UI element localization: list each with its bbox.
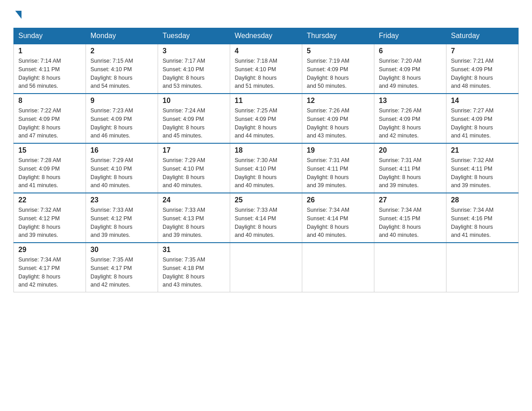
day-info: Sunrise: 7:26 AMSunset: 4:09 PMDaylight:… (307, 107, 349, 139)
day-info: Sunrise: 7:34 AMSunset: 4:16 PMDaylight:… (451, 207, 493, 238)
day-info: Sunrise: 7:35 AMSunset: 4:17 PMDaylight:… (90, 257, 133, 288)
day-info: Sunrise: 7:27 AMSunset: 4:09 PMDaylight:… (451, 107, 493, 139)
day-number: 25 (235, 196, 297, 204)
day-number: 30 (90, 246, 153, 254)
calendar-day-header: Saturday (446, 28, 519, 44)
calendar-day-cell: 21 Sunrise: 7:32 AMSunset: 4:11 PMDaylig… (446, 143, 519, 193)
calendar-table: SundayMondayTuesdayWednesdayThursdayFrid… (13, 28, 519, 292)
calendar-day-cell (446, 243, 519, 292)
calendar-day-cell: 14 Sunrise: 7:27 AMSunset: 4:09 PMDaylig… (446, 94, 519, 143)
day-number: 10 (163, 97, 225, 105)
calendar-day-cell: 6 Sunrise: 7:20 AMSunset: 4:09 PMDayligh… (374, 44, 446, 94)
calendar-day-cell: 9 Sunrise: 7:23 AMSunset: 4:09 PMDayligh… (86, 94, 158, 143)
day-number: 19 (307, 146, 369, 154)
day-number: 29 (18, 246, 81, 254)
day-info: Sunrise: 7:30 AMSunset: 4:10 PMDaylight:… (235, 157, 277, 188)
day-number: 9 (90, 97, 153, 105)
day-number: 21 (451, 146, 514, 154)
day-info: Sunrise: 7:21 AMSunset: 4:09 PMDaylight:… (451, 58, 493, 89)
calendar-day-cell: 23 Sunrise: 7:33 AMSunset: 4:12 PMDaylig… (86, 193, 158, 243)
calendar-day-cell: 17 Sunrise: 7:29 AMSunset: 4:10 PMDaylig… (158, 143, 230, 193)
day-number: 11 (235, 97, 297, 105)
day-info: Sunrise: 7:33 AMSunset: 4:12 PMDaylight:… (90, 207, 133, 238)
day-number: 28 (451, 196, 514, 204)
day-info: Sunrise: 7:24 AMSunset: 4:09 PMDaylight:… (163, 107, 205, 139)
calendar-day-cell: 22 Sunrise: 7:32 AMSunset: 4:12 PMDaylig… (14, 193, 86, 243)
day-info: Sunrise: 7:17 AMSunset: 4:10 PMDaylight:… (163, 58, 205, 89)
calendar-day-cell: 15 Sunrise: 7:28 AMSunset: 4:09 PMDaylig… (14, 143, 86, 193)
day-info: Sunrise: 7:22 AMSunset: 4:09 PMDaylight:… (18, 107, 61, 139)
day-info: Sunrise: 7:33 AMSunset: 4:14 PMDaylight:… (235, 207, 277, 238)
day-number: 20 (379, 146, 442, 154)
day-number: 15 (18, 146, 81, 154)
calendar-day-cell: 29 Sunrise: 7:34 AMSunset: 4:17 PMDaylig… (14, 243, 86, 292)
calendar-day-cell: 27 Sunrise: 7:34 AMSunset: 4:15 PMDaylig… (374, 193, 446, 243)
day-number: 4 (235, 47, 297, 55)
calendar-week-row: 22 Sunrise: 7:32 AMSunset: 4:12 PMDaylig… (14, 193, 519, 243)
calendar-day-header: Tuesday (158, 28, 230, 44)
logo (13, 9, 21, 19)
calendar-day-cell: 12 Sunrise: 7:26 AMSunset: 4:09 PMDaylig… (302, 94, 374, 143)
calendar-day-header: Sunday (14, 28, 86, 44)
day-info: Sunrise: 7:29 AMSunset: 4:10 PMDaylight:… (163, 157, 205, 188)
calendar-day-cell: 7 Sunrise: 7:21 AMSunset: 4:09 PMDayligh… (446, 44, 519, 94)
day-info: Sunrise: 7:15 AMSunset: 4:10 PMDaylight:… (90, 58, 133, 89)
calendar-day-cell: 4 Sunrise: 7:18 AMSunset: 4:10 PMDayligh… (230, 44, 302, 94)
calendar-day-cell: 28 Sunrise: 7:34 AMSunset: 4:16 PMDaylig… (446, 193, 519, 243)
day-info: Sunrise: 7:33 AMSunset: 4:13 PMDaylight:… (163, 207, 205, 238)
calendar-day-cell: 11 Sunrise: 7:25 AMSunset: 4:09 PMDaylig… (230, 94, 302, 143)
day-info: Sunrise: 7:31 AMSunset: 4:11 PMDaylight:… (307, 157, 349, 188)
calendar-day-cell: 10 Sunrise: 7:24 AMSunset: 4:09 PMDaylig… (158, 94, 230, 143)
day-info: Sunrise: 7:14 AMSunset: 4:11 PMDaylight:… (18, 58, 61, 89)
calendar-day-cell: 31 Sunrise: 7:35 AMSunset: 4:18 PMDaylig… (158, 243, 230, 292)
day-info: Sunrise: 7:26 AMSunset: 4:09 PMDaylight:… (379, 107, 421, 139)
day-number: 16 (90, 146, 153, 154)
calendar-day-cell: 8 Sunrise: 7:22 AMSunset: 4:09 PMDayligh… (14, 94, 86, 143)
calendar-day-cell: 25 Sunrise: 7:33 AMSunset: 4:14 PMDaylig… (230, 193, 302, 243)
day-info: Sunrise: 7:18 AMSunset: 4:10 PMDaylight:… (235, 58, 277, 89)
calendar-day-cell: 2 Sunrise: 7:15 AMSunset: 4:10 PMDayligh… (86, 44, 158, 94)
calendar-week-row: 8 Sunrise: 7:22 AMSunset: 4:09 PMDayligh… (14, 94, 519, 143)
day-info: Sunrise: 7:31 AMSunset: 4:11 PMDaylight:… (379, 157, 421, 188)
page-header (13, 9, 519, 19)
day-info: Sunrise: 7:25 AMSunset: 4:09 PMDaylight:… (235, 107, 277, 139)
calendar-day-cell: 5 Sunrise: 7:19 AMSunset: 4:09 PMDayligh… (302, 44, 374, 94)
calendar-day-cell (374, 243, 446, 292)
day-info: Sunrise: 7:28 AMSunset: 4:09 PMDaylight:… (18, 157, 61, 188)
calendar-day-cell: 20 Sunrise: 7:31 AMSunset: 4:11 PMDaylig… (374, 143, 446, 193)
calendar-day-header: Monday (86, 28, 158, 44)
calendar-day-cell (302, 243, 374, 292)
calendar-day-cell: 26 Sunrise: 7:34 AMSunset: 4:14 PMDaylig… (302, 193, 374, 243)
calendar-header-row: SundayMondayTuesdayWednesdayThursdayFrid… (14, 28, 519, 44)
calendar-day-header: Wednesday (230, 28, 302, 44)
calendar-day-header: Friday (374, 28, 446, 44)
day-number: 26 (307, 196, 369, 204)
day-info: Sunrise: 7:32 AMSunset: 4:11 PMDaylight:… (451, 157, 493, 188)
calendar-week-row: 15 Sunrise: 7:28 AMSunset: 4:09 PMDaylig… (14, 143, 519, 193)
day-info: Sunrise: 7:35 AMSunset: 4:18 PMDaylight:… (163, 257, 205, 288)
calendar-day-cell: 3 Sunrise: 7:17 AMSunset: 4:10 PMDayligh… (158, 44, 230, 94)
day-number: 1 (18, 47, 81, 55)
day-info: Sunrise: 7:34 AMSunset: 4:17 PMDaylight:… (18, 257, 61, 288)
day-info: Sunrise: 7:20 AMSunset: 4:09 PMDaylight:… (379, 58, 421, 89)
day-info: Sunrise: 7:29 AMSunset: 4:10 PMDaylight:… (90, 157, 133, 188)
day-info: Sunrise: 7:34 AMSunset: 4:14 PMDaylight:… (307, 207, 349, 238)
day-number: 24 (163, 196, 225, 204)
calendar-day-header: Thursday (302, 28, 374, 44)
day-number: 3 (163, 47, 225, 55)
calendar-day-cell: 16 Sunrise: 7:29 AMSunset: 4:10 PMDaylig… (86, 143, 158, 193)
calendar-week-row: 29 Sunrise: 7:34 AMSunset: 4:17 PMDaylig… (14, 243, 519, 292)
day-number: 7 (451, 47, 514, 55)
calendar-day-cell (230, 243, 302, 292)
day-number: 6 (379, 47, 442, 55)
day-number: 8 (18, 97, 81, 105)
day-number: 17 (163, 146, 225, 154)
day-number: 27 (379, 196, 442, 204)
day-info: Sunrise: 7:32 AMSunset: 4:12 PMDaylight:… (18, 207, 61, 238)
day-number: 23 (90, 196, 153, 204)
day-info: Sunrise: 7:34 AMSunset: 4:15 PMDaylight:… (379, 207, 421, 238)
day-number: 31 (163, 246, 225, 254)
day-number: 5 (307, 47, 369, 55)
day-number: 13 (379, 97, 442, 105)
calendar-day-cell: 1 Sunrise: 7:14 AMSunset: 4:11 PMDayligh… (14, 44, 86, 94)
